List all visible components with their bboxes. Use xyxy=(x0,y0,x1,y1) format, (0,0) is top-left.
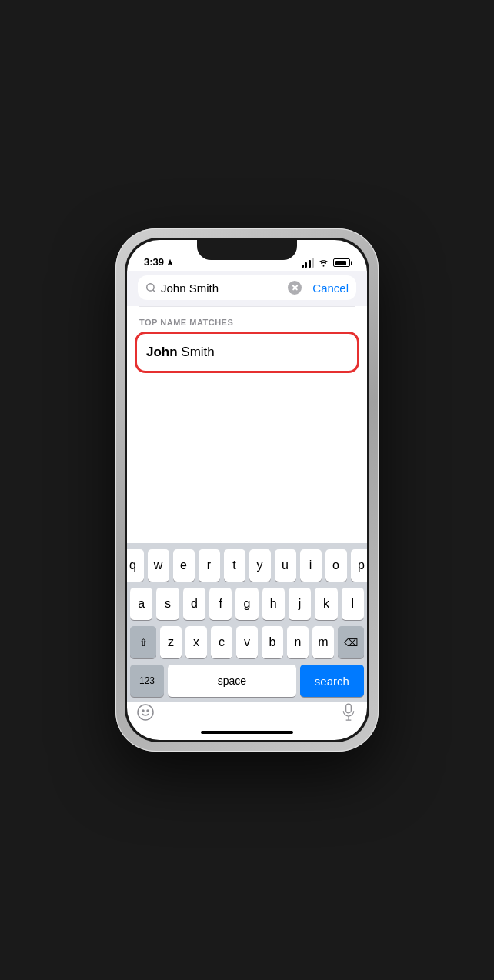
signal-bars-icon xyxy=(302,258,315,268)
svg-point-4 xyxy=(147,710,149,712)
wifi-icon xyxy=(318,258,329,267)
key-f[interactable]: f xyxy=(209,588,232,620)
svg-point-2 xyxy=(138,705,153,720)
key-w[interactable]: w xyxy=(148,549,169,582)
keyboard-row-1: q w e r t y u i o p xyxy=(130,549,364,582)
results-area: TOP NAME MATCHES John Smith xyxy=(127,307,367,543)
search-bar-container: John Smith Cancel xyxy=(127,271,367,306)
section-header: TOP NAME MATCHES xyxy=(127,307,367,332)
keyboard-row-2: a s d f g h j k l xyxy=(130,588,364,620)
cancel-button[interactable]: Cancel xyxy=(306,282,349,295)
search-key[interactable]: search xyxy=(300,665,364,697)
svg-point-0 xyxy=(147,284,154,291)
key-g[interactable]: g xyxy=(235,588,258,620)
battery-fill xyxy=(335,261,346,265)
search-bar[interactable]: John Smith Cancel xyxy=(138,275,356,300)
key-b[interactable]: b xyxy=(262,626,283,658)
shift-key[interactable]: ⇧ xyxy=(130,626,156,658)
key-a[interactable]: a xyxy=(130,588,152,620)
key-j[interactable]: j xyxy=(289,588,311,620)
key-v[interactable]: v xyxy=(236,626,258,658)
mic-icon[interactable] xyxy=(338,702,359,723)
clear-button[interactable] xyxy=(288,281,302,295)
svg-rect-5 xyxy=(346,704,352,713)
svg-point-3 xyxy=(142,710,144,712)
result-item[interactable]: John Smith xyxy=(135,332,359,373)
notch xyxy=(197,240,297,260)
key-i[interactable]: i xyxy=(300,549,322,582)
search-icon xyxy=(145,282,156,293)
key-r[interactable]: r xyxy=(199,549,220,582)
key-e[interactable]: e xyxy=(173,549,195,582)
key-d[interactable]: d xyxy=(183,588,205,620)
keyboard: q w e r t y u i o p a s d f g xyxy=(127,543,367,702)
key-q[interactable]: q xyxy=(127,549,144,582)
home-indicator-container xyxy=(127,728,367,740)
key-m[interactable]: m xyxy=(312,626,334,658)
phone-inner: 3:39 xyxy=(125,238,369,742)
result-normal-part: Smith xyxy=(178,345,215,359)
delete-key[interactable]: ⌫ xyxy=(338,626,364,658)
key-n[interactable]: n xyxy=(287,626,309,658)
emoji-icon[interactable] xyxy=(135,702,156,723)
key-l[interactable]: l xyxy=(342,588,364,620)
key-k[interactable]: k xyxy=(315,588,337,620)
time-display: 3:39 xyxy=(144,256,164,268)
key-x[interactable]: x xyxy=(185,626,207,658)
key-h[interactable]: h xyxy=(262,588,285,620)
key-z[interactable]: z xyxy=(160,626,182,658)
key-t[interactable]: t xyxy=(224,549,245,582)
home-indicator xyxy=(201,731,293,734)
key-o[interactable]: o xyxy=(325,549,347,582)
result-bold-part: John xyxy=(146,345,178,359)
key-u[interactable]: u xyxy=(275,549,296,582)
battery-icon xyxy=(333,258,350,267)
key-y[interactable]: y xyxy=(249,549,271,582)
key-s[interactable]: s xyxy=(156,588,179,620)
screen: 3:39 xyxy=(127,240,367,740)
search-input[interactable]: John Smith xyxy=(161,282,283,295)
bottom-icons xyxy=(127,702,367,728)
space-key[interactable]: space xyxy=(168,665,296,697)
numbers-key[interactable]: 123 xyxy=(130,665,164,697)
status-icons xyxy=(302,258,351,268)
phone-frame: 3:39 xyxy=(115,228,379,752)
keyboard-row-4: 123 space search xyxy=(130,665,364,697)
location-icon xyxy=(166,258,174,266)
svg-line-1 xyxy=(153,290,155,292)
keyboard-row-3: ⇧ z x c v b n m ⌫ xyxy=(130,626,364,658)
key-p[interactable]: p xyxy=(351,549,368,582)
key-c[interactable]: c xyxy=(211,626,232,658)
status-time: 3:39 xyxy=(144,256,174,268)
